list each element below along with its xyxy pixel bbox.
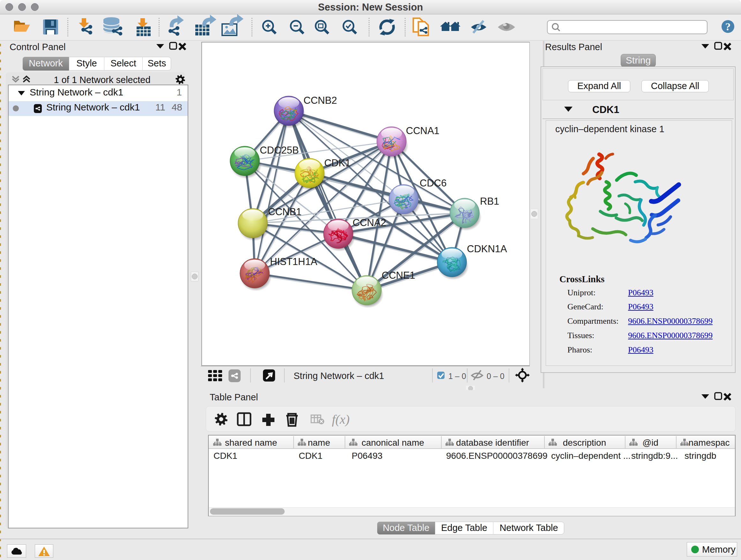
- svg-text:CCNE1: CCNE1: [382, 270, 415, 281]
- svg-text:CDC25B: CDC25B: [260, 145, 299, 156]
- svg-text:CCNB1: CCNB1: [268, 206, 301, 217]
- svg-text:1 – 0: 1 – 0: [448, 372, 466, 381]
- svg-text:CDK1: CDK1: [324, 158, 351, 169]
- svg-text:CCNB2: CCNB2: [304, 95, 337, 106]
- svg-text:String Network – cdk1: String Network – cdk1: [293, 371, 384, 381]
- svg-text:CCNA2: CCNA2: [353, 217, 386, 228]
- svg-text:0 – 0: 0 – 0: [487, 372, 504, 381]
- svg-text:CDC6: CDC6: [420, 178, 447, 189]
- svg-text:RB1: RB1: [480, 196, 499, 207]
- svg-text:?: ?: [725, 21, 731, 33]
- svg-text:CDKN1A: CDKN1A: [467, 243, 507, 254]
- svg-text:HIST1H1A: HIST1H1A: [270, 256, 317, 267]
- svg-text:f(x): f(x): [332, 412, 350, 427]
- svg-text:CCNA1: CCNA1: [406, 125, 440, 136]
